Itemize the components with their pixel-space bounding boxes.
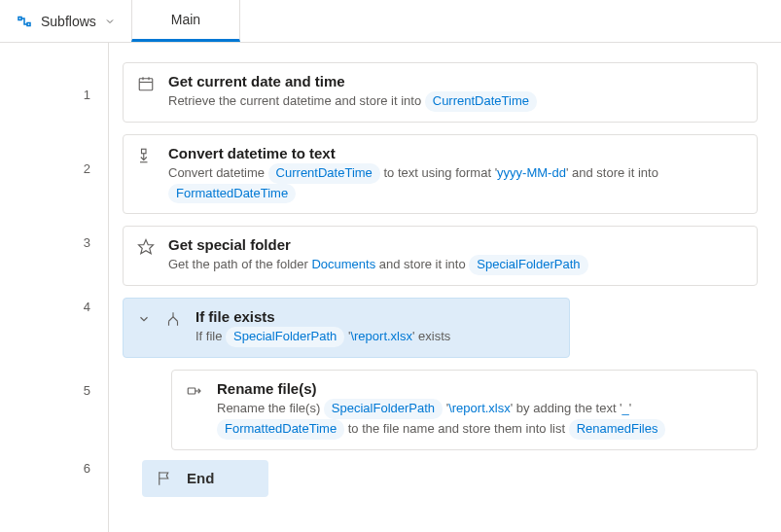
tab-main-label: Main xyxy=(171,12,200,27)
if-body: Rename file(s) Rename the file(s) Specia… xyxy=(142,370,758,497)
action-get-datetime[interactable]: Get current date and time Retrieve the c… xyxy=(123,62,758,123)
svg-rect-4 xyxy=(142,149,147,154)
action-convert-datetime[interactable]: Convert datetime to text Convert datetim… xyxy=(123,134,758,215)
convert-icon xyxy=(137,145,155,164)
action-if-file-exists[interactable]: If file exists If file SpecialFolderPath… xyxy=(123,298,570,358)
action-rename-files[interactable]: Rename file(s) Rename the file(s) Specia… xyxy=(171,370,758,450)
action-title: Convert datetime to text xyxy=(168,145,743,161)
line-number: 6 xyxy=(84,442,108,494)
variable-pill: SpecialFolderPath xyxy=(469,255,587,275)
tab-main[interactable]: Main xyxy=(131,0,240,42)
line-number: 3 xyxy=(84,210,108,274)
collapse-toggle[interactable] xyxy=(137,308,151,326)
line-number: 4 xyxy=(84,274,108,338)
action-description: Convert datetime CurrentDateTime to text… xyxy=(168,163,743,204)
svg-rect-11 xyxy=(188,388,195,394)
action-title: If file exists xyxy=(195,308,555,325)
action-end[interactable]: End xyxy=(142,460,268,497)
workspace: 1 2 3 4 5 6 Get current date and time Re… xyxy=(0,43,781,532)
line-gutter: 1 2 3 4 5 6 xyxy=(0,43,109,532)
star-icon xyxy=(137,236,155,256)
line-number: 1 xyxy=(84,62,108,126)
action-title: End xyxy=(187,470,214,486)
flow-area: Get current date and time Retrieve the c… xyxy=(109,43,781,532)
line-number: 5 xyxy=(84,338,108,442)
action-title: Get special folder xyxy=(168,236,743,253)
variable-pill: SpecialFolderPath xyxy=(324,399,443,419)
action-description: Retrieve the current datetime and store … xyxy=(168,91,743,112)
action-description: If file SpecialFolderPath '\report.xlsx'… xyxy=(195,327,555,347)
variable-pill: SpecialFolderPath xyxy=(226,327,344,347)
action-title: Get current date and time xyxy=(168,73,743,89)
subflows-dropdown[interactable]: Subflows xyxy=(0,0,131,42)
flow-icon xyxy=(16,13,33,30)
top-bar: Subflows Main xyxy=(0,0,781,43)
svg-marker-7 xyxy=(139,240,154,254)
variable-pill: FormattedDateTime xyxy=(217,419,344,440)
action-description: Rename the file(s) SpecialFolderPath '\r… xyxy=(217,399,743,440)
variable-pill: CurrentDateTime xyxy=(268,163,380,184)
subflows-label: Subflows xyxy=(41,14,96,29)
line-number: 2 xyxy=(84,126,108,210)
action-title: Rename file(s) xyxy=(217,380,743,397)
variable-pill: RenamedFiles xyxy=(569,419,666,440)
action-description: Get the path of the folder Documents and… xyxy=(168,255,743,275)
flag-icon xyxy=(156,470,173,487)
chevron-down-icon xyxy=(104,16,116,27)
rename-icon xyxy=(186,380,203,400)
variable-pill: CurrentDateTime xyxy=(425,91,537,112)
calendar-icon xyxy=(137,73,155,92)
svg-rect-0 xyxy=(139,79,153,90)
variable-pill: FormattedDateTime xyxy=(168,184,296,204)
action-get-special-folder[interactable]: Get special folder Get the path of the f… xyxy=(123,226,758,286)
branch-icon xyxy=(164,308,182,328)
